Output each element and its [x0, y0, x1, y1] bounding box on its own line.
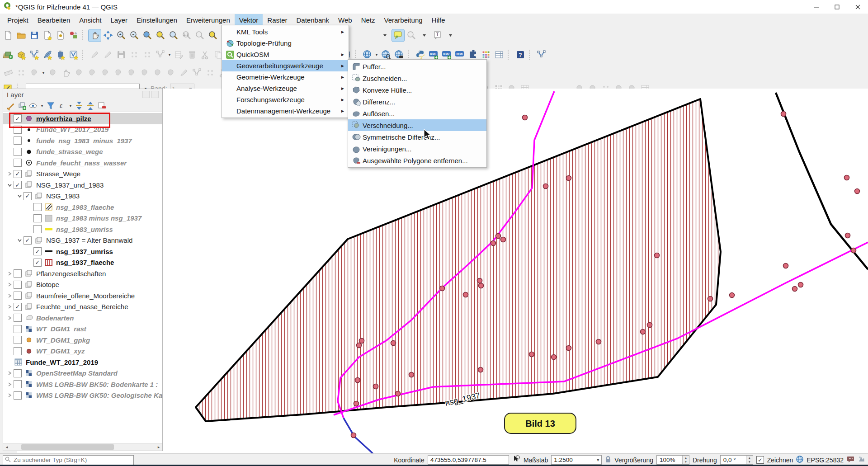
crs-globe-icon[interactable]: [796, 456, 803, 464]
locator-search[interactable]: [3, 455, 134, 465]
layer-visibility-checkbox[interactable]: ✓: [14, 170, 22, 178]
layer-item-funde-feucht-nass-wasser[interactable]: Funde_feucht_nass_wasser: [3, 157, 162, 169]
menubar-item-vektor[interactable]: Vektor: [235, 14, 263, 26]
news-icon[interactable]: [858, 456, 865, 464]
pan-to-selection-button[interactable]: [102, 29, 114, 42]
menubar-item-erweiterungen[interactable]: Erweiterungen: [182, 14, 235, 26]
remove-layer-icon[interactable]: [97, 101, 107, 111]
open-project-button[interactable]: [15, 29, 27, 42]
open-layer-styling-icon[interactable]: [6, 101, 16, 111]
rotation-spinbox[interactable]: 0,0 ° ▲▼: [720, 455, 753, 465]
layer-visibility-checkbox[interactable]: [14, 269, 22, 278]
layer-visibility-checkbox[interactable]: ✓: [33, 259, 42, 267]
layer-item-nsg-1983[interactable]: ✓NSG_1983: [3, 191, 162, 202]
layer-visibility-checkbox[interactable]: ✓: [14, 181, 22, 189]
spin-down-icon[interactable]: ▼: [746, 460, 753, 465]
bookmarks-dropdown-arrow[interactable]: [418, 29, 430, 42]
maximize-button[interactable]: [826, 0, 847, 14]
menu-item-analyse-werkzeuge[interactable]: Analyse-Werkzeuge►: [222, 83, 349, 94]
layer-item-wt-dgm1-gpkg[interactable]: WT_DGM1_gpkg: [3, 334, 162, 346]
layer-visibility-checkbox[interactable]: [14, 281, 22, 289]
layer-item-nsg-1937-umriss[interactable]: ✓nsg_1937_umriss: [3, 246, 162, 257]
layer-item-biotope[interactable]: Biotope: [3, 279, 162, 291]
panel-close-icon[interactable]: [151, 91, 159, 98]
layer-item-nsg-1937-alter-bannwald[interactable]: ✓NSG_1937 = Alter Bannwald: [3, 235, 162, 246]
submenu-item-ausgew-hlte-polygone-entfernen-[interactable]: Ausgewählte Polygone entfernen...: [348, 155, 486, 166]
messages-icon[interactable]: [847, 456, 854, 464]
expand-collapsed-icon[interactable]: [6, 393, 14, 397]
zoom-out-button[interactable]: −: [128, 29, 140, 42]
layer-item-bodenarten[interactable]: Bodenarten: [3, 312, 162, 324]
maptips-dropdown-arrow[interactable]: [379, 29, 391, 42]
layer-visibility-checkbox[interactable]: [14, 159, 22, 167]
menu-item-kml-tools[interactable]: KML Tools►: [222, 26, 349, 38]
layer-visibility-checkbox[interactable]: [33, 203, 42, 211]
layer-item-wms-lgrb-bw-gk50-geologische-ka[interactable]: WMS LGRB-BW GK50: Geologische Ka: [3, 390, 162, 401]
crs-status[interactable]: EPSG:25832: [807, 457, 844, 464]
render-checkbox[interactable]: ✓: [756, 456, 764, 464]
layer-visibility-checkbox[interactable]: ✓: [14, 114, 22, 122]
layer-item-funde-wt-2017-2019[interactable]: Funde_WT_2017_2019: [3, 357, 162, 368]
layer-visibility-checkbox[interactable]: ✓: [33, 247, 42, 255]
menubar-item-ansicht[interactable]: Ansicht: [75, 14, 106, 26]
add-group-icon[interactable]: [17, 101, 27, 111]
scroll-left-icon[interactable]: ◂: [3, 444, 10, 450]
layer-item-feuchte-und-nasse-bereiche[interactable]: ✓Feuchte_und_nasse_Bereiche: [3, 301, 162, 313]
expand-collapsed-icon[interactable]: [6, 382, 14, 386]
layer-item-nsg-1937-und-1983[interactable]: ✓NSG_1937_und_1983: [3, 179, 162, 191]
new-project-button[interactable]: [2, 29, 14, 42]
spin-up-icon[interactable]: ▲: [683, 456, 689, 460]
add-wms-layer-button-dropdown-arrow[interactable]: ▾: [374, 52, 379, 57]
layer-visibility-checkbox[interactable]: [33, 225, 42, 233]
layer-item-baumfreie-offene-moorbereiche[interactable]: Baumfreie_offene_Moorbereiche: [3, 290, 162, 301]
manage-map-themes-icon[interactable]: [28, 101, 38, 111]
layer-item-nsg-1983-flaeche[interactable]: nsg_1983_flaeche: [3, 202, 162, 213]
layer-visibility-checkbox[interactable]: [14, 292, 22, 300]
layer-visibility-checkbox[interactable]: [14, 325, 22, 333]
menu-item-quickosm[interactable]: QuickOSM►: [222, 49, 349, 60]
filter-legend-icon[interactable]: [46, 101, 56, 111]
zoom-full-button[interactable]: [141, 29, 153, 42]
geometry-checker-button[interactable]: [535, 49, 547, 61]
menubar-item-layer[interactable]: Layer: [106, 14, 132, 26]
zoom-next-button[interactable]: [207, 29, 219, 42]
menubar-item-netz[interactable]: Netz: [357, 14, 380, 26]
scrollbar-thumb[interactable]: [21, 444, 114, 450]
layer-visibility-checkbox[interactable]: [14, 336, 22, 344]
layer-item-nsg-1937-flaeche[interactable]: ✓nsg_1937_flaeche: [3, 257, 162, 268]
magnifier-spinbox[interactable]: 100% ▲▼: [656, 455, 689, 465]
expand-expanded-icon[interactable]: [6, 183, 14, 187]
menubar-item-hilfe[interactable]: Hilfe: [427, 14, 450, 26]
layer-item-wms-lgrb-bw-bk50-bodenkarte-1-[interactable]: WMS LGRB-BW BK50: Bodenkarte 1 :: [3, 379, 162, 390]
menubar-item-raster[interactable]: Raster: [263, 14, 292, 26]
menubar-item-projekt[interactable]: Projekt: [3, 14, 33, 26]
attribute-grid-button[interactable]: [493, 49, 505, 61]
coordinate-input[interactable]: 473555.0,5397787.5: [428, 455, 509, 465]
submenu-item-differenz-[interactable]: Differenz...: [348, 96, 486, 108]
close-button[interactable]: [847, 0, 868, 14]
spin-up-icon[interactable]: ▲: [746, 456, 753, 460]
expand-all-icon[interactable]: [74, 101, 84, 111]
coordinate-extent-toggle-icon[interactable]: [512, 455, 520, 465]
submenu-item-verschneidung-[interactable]: Verschneidung...: [348, 119, 486, 131]
vertex-tool-button-dropdown-arrow[interactable]: ▾: [167, 52, 172, 57]
scale-combo[interactable]: 1:2500▾: [551, 455, 602, 465]
layer-item-mykorrhiza-pilze[interactable]: ✓mykorrhiza_pilze: [3, 113, 162, 124]
menubar-item-einstellungen[interactable]: Einstellungen: [132, 14, 182, 26]
new-geopackage-button[interactable]: [15, 49, 27, 61]
submenu-item-symmetrische-differenz-[interactable]: Symmetrische Differenz...: [348, 131, 486, 143]
new-gpx-layer-button[interactable]: [67, 49, 80, 61]
expand-collapsed-icon[interactable]: [6, 316, 14, 320]
style-manager-button[interactable]: a: [67, 29, 80, 42]
zoom-in-button[interactable]: +: [115, 29, 127, 42]
datasource-manager-button[interactable]: [2, 49, 14, 61]
annotations-dropdown-arrow[interactable]: [444, 29, 457, 42]
expand-collapsed-icon[interactable]: [6, 294, 14, 298]
filter-by-expression-icon[interactable]: ε: [57, 101, 67, 111]
layer-item-wt-dgm1-rast[interactable]: WT_DGM1_rast: [3, 324, 162, 335]
manage-map-themes-icon-dropdown-arrow[interactable]: ▾: [40, 104, 44, 108]
minimize-button[interactable]: [806, 0, 826, 14]
menu-item-geoverarbeitungswerkzeuge[interactable]: Geoverarbeitungswerkzeuge►: [222, 60, 349, 71]
expand-collapsed-icon[interactable]: [6, 172, 14, 176]
zoom-to-layer-button[interactable]: [167, 29, 179, 42]
